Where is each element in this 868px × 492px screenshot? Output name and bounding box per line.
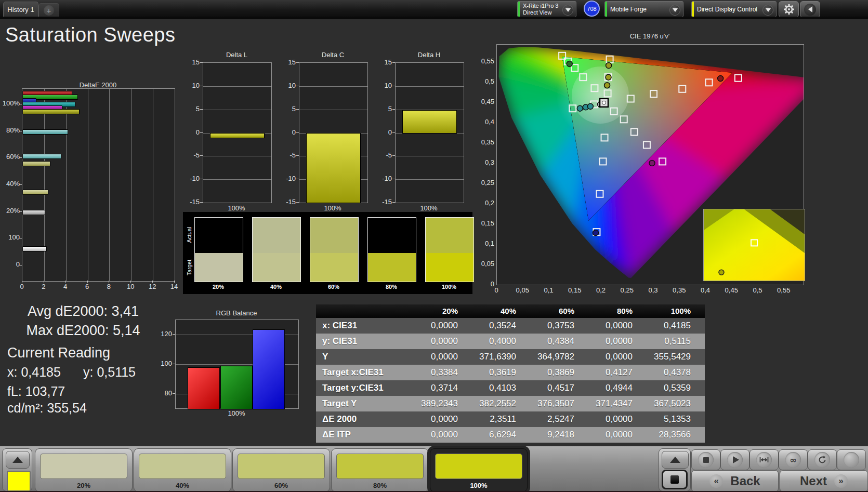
table-cell: 0,3753 [530, 318, 588, 334]
tick [296, 202, 299, 203]
gridline [396, 86, 464, 87]
top-bar: History 1 + X-Rite i1Pro 3Direct View 70… [0, 0, 868, 17]
row-label: ΔE 2000 [316, 411, 413, 427]
stop-icon [703, 457, 709, 463]
current-reading-heading: Current Reading [7, 345, 110, 361]
patch-button-100[interactable]: 100% [430, 448, 528, 492]
page-title: Saturation Sweeps [5, 24, 175, 46]
transport-step-button[interactable] [749, 449, 779, 470]
back-label: Back [730, 474, 760, 488]
y-tick-label: 5 [378, 105, 392, 113]
table-cell: 0,4127 [588, 365, 646, 380]
table-header-cell: 20% [413, 304, 471, 318]
next-button[interactable]: Next» [780, 470, 868, 492]
bar-yellow [22, 109, 80, 114]
patch-button-20[interactable]: 20% [35, 448, 133, 492]
tab-history-1[interactable]: History 1 [3, 2, 38, 17]
y-tick-label: 0 [378, 128, 392, 136]
current-patch-color[interactable] [7, 471, 31, 491]
transport-loop-button[interactable]: ∞ [779, 449, 808, 470]
tick [392, 109, 395, 110]
y-tick-label: 20% [0, 207, 20, 215]
target-swatch [253, 253, 300, 282]
table-cell: 0,3869 [530, 365, 588, 380]
patch-label: 80% [332, 482, 428, 489]
source-dropdown[interactable]: Mobile Forge [604, 1, 683, 17]
table-cell: 0,0000 [588, 334, 646, 349]
tick [296, 155, 299, 156]
gridline [88, 89, 88, 281]
add-tab-button[interactable]: + [38, 3, 59, 17]
next-label: Next [800, 474, 827, 488]
transport-blank-button[interactable] [837, 449, 866, 470]
table-cell: 0,3714 [413, 380, 471, 396]
actual-swatch [368, 218, 416, 253]
chevron-down-icon[interactable] [762, 5, 773, 16]
patch-list-up-button[interactable] [6, 451, 30, 469]
patch-button-40[interactable]: 40% [134, 448, 231, 492]
gridline [203, 179, 271, 180]
gridline [203, 156, 271, 156]
patch-swatch [238, 454, 325, 479]
display-control-dropdown[interactable]: Direct Display Control [691, 1, 777, 17]
table-cell: 0,3524 [471, 318, 530, 334]
chevron-down-icon[interactable] [562, 5, 573, 16]
y-tick-label: 0 [476, 280, 494, 288]
x-tick-label: 0,5 [750, 286, 766, 294]
transport-play-button[interactable] [720, 449, 749, 470]
patch-label: 20% [35, 482, 132, 489]
bar-yellow-40 [22, 190, 48, 195]
settings-button[interactable] [779, 1, 799, 18]
table-cell: 2,5247 [530, 411, 588, 427]
panel-up-button[interactable] [662, 451, 689, 469]
y-tick-label: 15 [378, 58, 392, 66]
y-tick-label: 0,1 [476, 240, 494, 247]
x-tick-label: 0,45 [724, 286, 739, 294]
table-row: Target x:CIE310,33840,36190,38690,41270,… [316, 365, 705, 380]
table-cell: 0,0000 [413, 411, 471, 427]
inset-measured-marker [719, 270, 724, 275]
delta-bar [402, 110, 457, 134]
table-cell: 376,3507 [530, 396, 588, 411]
delta-c-chart: Delta C 100% 151050-5-10-15 [282, 50, 371, 214]
deltae2000-chart: DeltaE 2000 02468101214100%80%60%40%20%1… [0, 77, 181, 295]
tick [19, 184, 22, 185]
patch-button-60[interactable]: 60% [232, 448, 330, 492]
meter-line2: Direct View [523, 9, 551, 16]
collapse-panel-button[interactable] [800, 1, 820, 18]
tick [200, 86, 203, 86]
gridline [131, 89, 131, 281]
table-cell: 0,0000 [413, 427, 471, 443]
y-tick-label: 5 [282, 105, 296, 113]
y-tick-label: -10 [282, 175, 296, 182]
delta-l-chart: Delta L 100% 151050-5-10-15 [186, 50, 274, 214]
table-cell: 0,5359 [646, 380, 704, 396]
up-arrow-icon [670, 457, 680, 463]
table-row: y: CIE310,00000,40000,43840,00000,5115 [316, 334, 705, 349]
y-tick-label: 0,05 [476, 260, 494, 268]
measured-marker [604, 83, 610, 88]
row-label: Target Y [316, 396, 413, 411]
chevron-left-icon [804, 4, 816, 16]
chevron-down-icon[interactable] [669, 5, 680, 16]
tick [19, 104, 22, 104]
patch-button-80[interactable]: 80% [331, 448, 429, 492]
transport-repeat-button[interactable] [808, 449, 837, 470]
x-axis-label: 100% [216, 409, 257, 417]
back-button[interactable]: «Back [691, 470, 779, 492]
max-de2000: Max dE2000: 5,14 [15, 323, 152, 339]
table-row: Target y:CIE310,37140,41030,45170,49440,… [316, 380, 705, 396]
gridline [66, 89, 67, 281]
display-control-label: Direct Display Control [697, 6, 757, 13]
meter-dropdown[interactable]: X-Rite i1Pro 3Direct View [517, 1, 576, 17]
avg-de2000: Avg dE2000: 3,41 [15, 303, 152, 320]
back-chevrons-icon: « [709, 474, 723, 488]
table-cell: 28,3566 [646, 427, 704, 443]
y-tick-label: 100 [159, 360, 172, 367]
table-cell: 355,5429 [646, 349, 704, 365]
stop-measure-button[interactable] [662, 470, 688, 489]
tick [296, 62, 299, 63]
patch-swatch [435, 454, 522, 479]
tick [22, 281, 22, 283]
transport-stop-button[interactable] [691, 449, 720, 470]
